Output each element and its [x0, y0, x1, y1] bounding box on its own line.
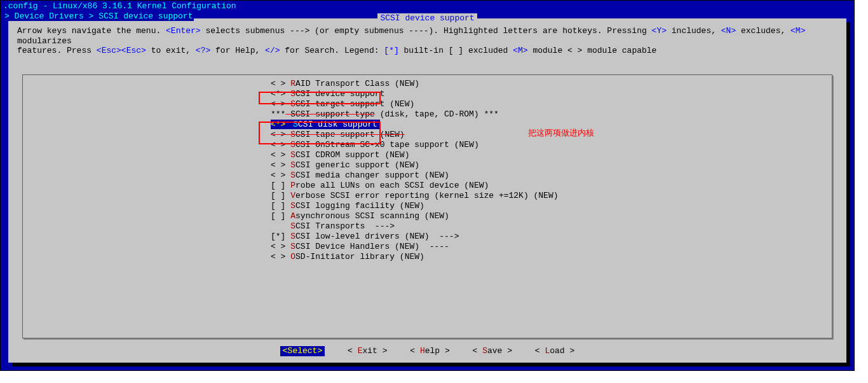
- help-button[interactable]: < Help >: [410, 346, 449, 356]
- menu-item-3[interactable]: *** SCSI support type (disk, tape, CD-RO…: [271, 109, 832, 120]
- help-text: Arrow keys navigate the menu. <Enter> se…: [8, 18, 846, 59]
- menu-item-17[interactable]: < > OSD-Initiator library (NEW): [271, 252, 832, 262]
- window-title: .config - Linux/x86 3.16.1 Kernel Config…: [1, 1, 854, 11]
- menu-item-12[interactable]: [ ] SCSI logging facility (NEW): [271, 201, 832, 211]
- menu-item-15[interactable]: [*] SCSI low-level drivers (NEW) --->: [271, 232, 832, 242]
- menu-item-1[interactable]: <*> SCSI device support: [271, 89, 832, 99]
- menu-panel: SCSI device support Arrow keys navigate …: [8, 18, 846, 363]
- button-bar: <Select> < Exit > < Help > < Save > < Lo…: [8, 346, 846, 356]
- menu-list[interactable]: < > RAID Transport Class (NEW)<*> SCSI d…: [23, 79, 832, 262]
- menu-item-13[interactable]: [ ] Asynchronous SCSI scanning (NEW): [271, 211, 832, 221]
- menu-item-4[interactable]: <*> SCSI disk support: [271, 120, 380, 130]
- menu-item-11[interactable]: [ ] Verbose SCSI error reporting (kernel…: [271, 191, 832, 201]
- menu-item-7[interactable]: < > SCSI CDROM support (NEW): [271, 150, 832, 160]
- save-button[interactable]: < Save >: [473, 346, 512, 356]
- main-window: .config - Linux/x86 3.16.1 Kernel Config…: [0, 0, 855, 371]
- menu-item-0[interactable]: < > RAID Transport Class (NEW): [271, 79, 832, 89]
- menu-item-8[interactable]: < > SCSI generic support (NEW): [271, 160, 832, 171]
- menu-item-14[interactable]: SCSI Transports --->: [271, 221, 832, 232]
- menu-item-9[interactable]: < > SCSI media changer support (NEW): [271, 171, 832, 181]
- menu-box: < > RAID Transport Class (NEW)<*> SCSI d…: [22, 74, 832, 338]
- exit-button[interactable]: < Exit >: [348, 346, 387, 356]
- load-button[interactable]: < Load >: [535, 346, 574, 356]
- menu-item-16[interactable]: < > SCSI Device Handlers (NEW) ----: [271, 242, 832, 252]
- menu-item-10[interactable]: [ ] Probe all LUNs on each SCSI device (…: [271, 181, 832, 191]
- annotation-text: 把这两项做进内核: [528, 128, 594, 138]
- breadcrumb: > Device Drivers > SCSI device support: [3, 11, 194, 22]
- menu-item-2[interactable]: < > SCSI target support (NEW): [271, 99, 832, 109]
- select-button[interactable]: <Select>: [280, 346, 325, 356]
- menu-item-6[interactable]: < > SCSI OnStream SC-x0 tape support (NE…: [271, 140, 832, 150]
